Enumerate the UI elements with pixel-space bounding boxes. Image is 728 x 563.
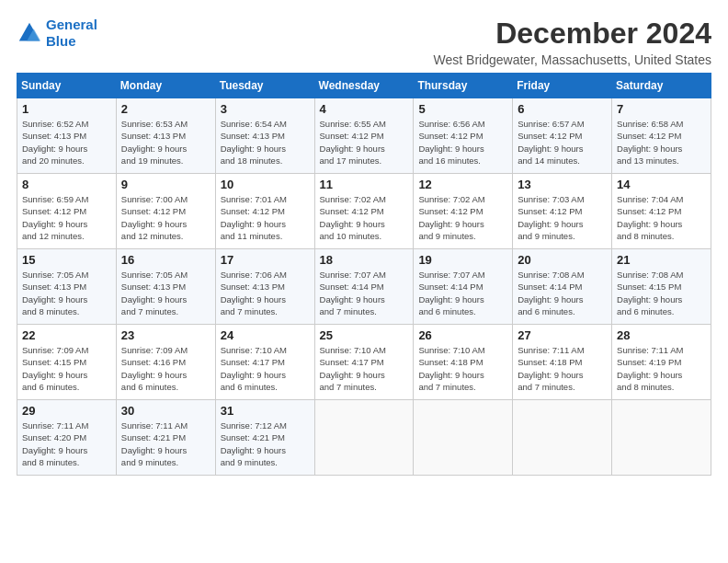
table-row	[414, 400, 513, 476]
cell-text: Sunrise: 7:05 AMSunset: 4:13 PMDaylight:…	[22, 269, 111, 317]
table-row: 25Sunrise: 7:10 AMSunset: 4:17 PMDayligh…	[314, 325, 414, 400]
cell-text: Sunrise: 7:02 AMSunset: 4:12 PMDaylight:…	[320, 193, 409, 242]
cell-text: Sunrise: 7:07 AMSunset: 4:14 PMDaylight:…	[320, 269, 409, 317]
table-row: 28Sunrise: 7:11 AMSunset: 4:19 PMDayligh…	[612, 325, 711, 400]
cell-text: Sunrise: 7:08 AMSunset: 4:14 PMDaylight:…	[518, 269, 607, 317]
header-friday: Friday	[513, 74, 612, 98]
cell-text: Sunrise: 6:58 AMSunset: 4:12 PMDaylight:…	[617, 118, 706, 167]
calendar-week-4: 22Sunrise: 7:09 AMSunset: 4:15 PMDayligh…	[17, 325, 711, 400]
cell-text: Sunrise: 7:10 AMSunset: 4:17 PMDaylight:…	[221, 344, 310, 393]
day-number: 11	[320, 178, 409, 191]
day-number: 24	[221, 328, 310, 342]
table-row: 13Sunrise: 7:03 AMSunset: 4:12 PMDayligh…	[513, 174, 612, 249]
calendar-header: Sunday Monday Tuesday Wednesday Thursday…	[17, 74, 711, 98]
table-row: 18Sunrise: 7:07 AMSunset: 4:14 PMDayligh…	[314, 249, 414, 325]
cell-text: Sunrise: 7:03 AMSunset: 4:12 PMDaylight:…	[518, 193, 607, 242]
cell-text: Sunrise: 7:09 AMSunset: 4:15 PMDaylight:…	[22, 344, 111, 393]
logo: General Blue	[17, 17, 97, 50]
day-number: 8	[22, 178, 111, 191]
header-thursday: Thursday	[414, 74, 513, 98]
cell-text: Sunrise: 6:57 AMSunset: 4:12 PMDaylight:…	[518, 118, 607, 167]
table-row: 8Sunrise: 6:59 AMSunset: 4:12 PMDaylight…	[17, 174, 117, 249]
logo-line1: General	[46, 17, 97, 32]
month-title: December 2024	[434, 17, 711, 51]
table-row: 15Sunrise: 7:05 AMSunset: 4:13 PMDayligh…	[17, 249, 117, 325]
header-wednesday: Wednesday	[314, 74, 414, 98]
table-row: 2Sunrise: 6:53 AMSunset: 4:13 PMDaylight…	[116, 98, 215, 174]
location-title: West Bridgewater, Massachusetts, United …	[434, 52, 711, 67]
title-block: December 2024 West Bridgewater, Massachu…	[434, 17, 711, 67]
table-row: 17Sunrise: 7:06 AMSunset: 4:13 PMDayligh…	[215, 249, 314, 325]
calendar-week-5: 29Sunrise: 7:11 AMSunset: 4:20 PMDayligh…	[17, 400, 711, 476]
cell-text: Sunrise: 7:00 AMSunset: 4:12 PMDaylight:…	[121, 193, 210, 242]
day-number: 29	[22, 404, 111, 418]
logo-text: General Blue	[46, 17, 97, 50]
table-row: 22Sunrise: 7:09 AMSunset: 4:15 PMDayligh…	[17, 325, 117, 400]
cell-text: Sunrise: 7:12 AMSunset: 4:21 PMDaylight:…	[221, 419, 310, 468]
day-number: 27	[518, 328, 607, 342]
table-row: 7Sunrise: 6:58 AMSunset: 4:12 PMDaylight…	[612, 98, 711, 174]
calendar-table: Sunday Monday Tuesday Wednesday Thursday…	[17, 73, 711, 476]
day-number: 22	[22, 328, 111, 342]
cell-text: Sunrise: 6:59 AMSunset: 4:12 PMDaylight:…	[22, 193, 111, 242]
cell-text: Sunrise: 7:06 AMSunset: 4:13 PMDaylight:…	[221, 269, 310, 317]
table-row: 30Sunrise: 7:11 AMSunset: 4:21 PMDayligh…	[116, 400, 215, 476]
header-row: General Blue December 2024 West Bridgewa…	[17, 17, 711, 67]
day-number: 10	[221, 178, 310, 191]
cell-text: Sunrise: 6:52 AMSunset: 4:13 PMDaylight:…	[22, 118, 111, 167]
table-row: 4Sunrise: 6:55 AMSunset: 4:12 PMDaylight…	[314, 98, 414, 174]
cell-text: Sunrise: 6:53 AMSunset: 4:13 PMDaylight:…	[121, 118, 210, 167]
day-number: 18	[320, 253, 409, 267]
logo-icon	[17, 20, 42, 46]
cell-text: Sunrise: 7:10 AMSunset: 4:18 PMDaylight:…	[418, 344, 507, 393]
cell-text: Sunrise: 6:54 AMSunset: 4:13 PMDaylight:…	[221, 118, 310, 167]
day-number: 23	[121, 328, 210, 342]
day-number: 1	[22, 102, 111, 116]
cell-text: Sunrise: 7:09 AMSunset: 4:16 PMDaylight:…	[121, 344, 210, 393]
day-number: 2	[121, 102, 210, 116]
calendar-week-3: 15Sunrise: 7:05 AMSunset: 4:13 PMDayligh…	[17, 249, 711, 325]
day-number: 30	[121, 404, 210, 418]
day-number: 31	[221, 404, 310, 418]
table-row: 21Sunrise: 7:08 AMSunset: 4:15 PMDayligh…	[612, 249, 711, 325]
cell-text: Sunrise: 7:11 AMSunset: 4:21 PMDaylight:…	[121, 419, 210, 468]
cell-text: Sunrise: 7:01 AMSunset: 4:12 PMDaylight:…	[221, 193, 310, 242]
table-row: 31Sunrise: 7:12 AMSunset: 4:21 PMDayligh…	[215, 400, 314, 476]
cell-text: Sunrise: 7:10 AMSunset: 4:17 PMDaylight:…	[320, 344, 409, 393]
weekday-header-row: Sunday Monday Tuesday Wednesday Thursday…	[17, 74, 711, 98]
calendar-week-1: 1Sunrise: 6:52 AMSunset: 4:13 PMDaylight…	[17, 98, 711, 174]
calendar-week-2: 8Sunrise: 6:59 AMSunset: 4:12 PMDaylight…	[17, 174, 711, 249]
day-number: 15	[22, 253, 111, 267]
table-row: 11Sunrise: 7:02 AMSunset: 4:12 PMDayligh…	[314, 174, 414, 249]
table-row: 29Sunrise: 7:11 AMSunset: 4:20 PMDayligh…	[17, 400, 117, 476]
day-number: 3	[221, 102, 310, 116]
table-row: 23Sunrise: 7:09 AMSunset: 4:16 PMDayligh…	[116, 325, 215, 400]
table-row: 5Sunrise: 6:56 AMSunset: 4:12 PMDaylight…	[414, 98, 513, 174]
day-number: 17	[221, 253, 310, 267]
cell-text: Sunrise: 7:07 AMSunset: 4:14 PMDaylight:…	[418, 269, 507, 317]
day-number: 25	[320, 328, 409, 342]
cell-text: Sunrise: 7:04 AMSunset: 4:12 PMDaylight:…	[617, 193, 706, 242]
table-row	[612, 400, 711, 476]
cell-text: Sunrise: 7:05 AMSunset: 4:13 PMDaylight:…	[121, 269, 210, 317]
day-number: 7	[617, 102, 706, 116]
day-number: 26	[418, 328, 507, 342]
header-sunday: Sunday	[17, 74, 117, 98]
table-row: 27Sunrise: 7:11 AMSunset: 4:18 PMDayligh…	[513, 325, 612, 400]
day-number: 21	[617, 253, 706, 267]
day-number: 14	[617, 178, 706, 191]
table-row: 12Sunrise: 7:02 AMSunset: 4:12 PMDayligh…	[414, 174, 513, 249]
day-number: 19	[418, 253, 507, 267]
cell-text: Sunrise: 7:11 AMSunset: 4:20 PMDaylight:…	[22, 419, 111, 468]
day-number: 5	[418, 102, 507, 116]
cell-text: Sunrise: 7:08 AMSunset: 4:15 PMDaylight:…	[617, 269, 706, 317]
calendar-body: 1Sunrise: 6:52 AMSunset: 4:13 PMDaylight…	[17, 98, 711, 476]
cell-text: Sunrise: 7:11 AMSunset: 4:19 PMDaylight:…	[617, 344, 706, 393]
cell-text: Sunrise: 6:55 AMSunset: 4:12 PMDaylight:…	[320, 118, 409, 167]
table-row: 16Sunrise: 7:05 AMSunset: 4:13 PMDayligh…	[116, 249, 215, 325]
cell-text: Sunrise: 7:02 AMSunset: 4:12 PMDaylight:…	[418, 193, 507, 242]
table-row: 20Sunrise: 7:08 AMSunset: 4:14 PMDayligh…	[513, 249, 612, 325]
cell-text: Sunrise: 6:56 AMSunset: 4:12 PMDaylight:…	[418, 118, 507, 167]
header-tuesday: Tuesday	[215, 74, 314, 98]
logo-line2: Blue	[46, 33, 76, 49]
